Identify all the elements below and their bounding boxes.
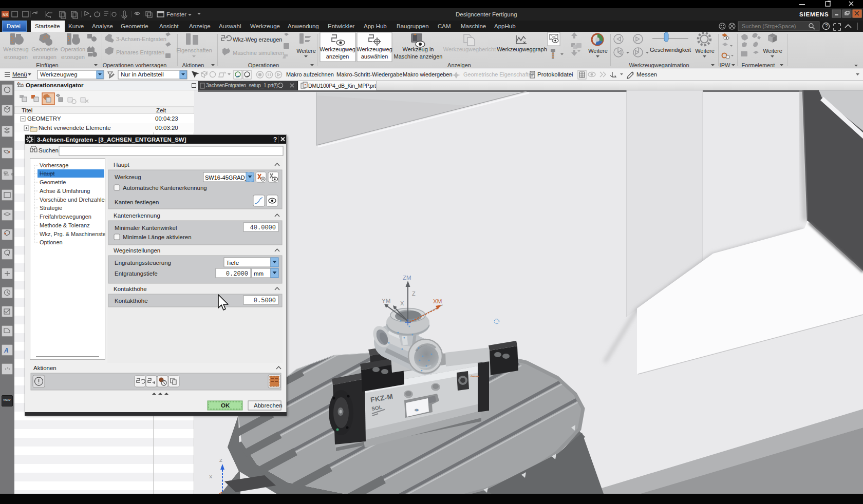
svg-text:Zeit: Zeit	[156, 107, 166, 113]
svg-text:Geschwindigkeit: Geschwindigkeit	[650, 47, 691, 53]
svg-text:Makro wiedergeben: Makro wiedergeben	[403, 71, 453, 77]
svg-text:Aktionen: Aktionen	[33, 365, 57, 371]
svg-text:Werkzeugweg: Werkzeugweg	[40, 71, 78, 77]
svg-text:Kontakthöhe: Kontakthöhe	[115, 298, 148, 304]
svg-text:Kanten festlegen: Kanten festlegen	[115, 199, 159, 205]
svg-text:OK: OK	[221, 402, 230, 409]
svg-text:erzeugen: erzeugen	[61, 54, 85, 60]
svg-text:Strategie: Strategie	[40, 205, 62, 211]
svg-text:Abbrechen: Abbrechen	[254, 402, 283, 409]
svg-text:Weitere: Weitere	[296, 48, 316, 54]
svg-text:Maschine simulieren: Maschine simulieren	[233, 50, 284, 56]
svg-text:Geometrie: Geometrie	[40, 179, 66, 185]
svg-text:SIEMENS: SIEMENS	[799, 11, 829, 17]
svg-text:ZM: ZM	[403, 275, 411, 281]
svg-text:Vorschübe und Drehzahlen: Vorschübe und Drehzahlen	[40, 197, 105, 203]
svg-text:Nur in Arbeitsteil: Nur in Arbeitsteil	[121, 71, 164, 77]
svg-text:Tiefe: Tiefe	[226, 260, 239, 266]
svg-text:Wkz-Weg erzeugen: Wkz-Weg erzeugen	[233, 36, 282, 43]
svg-text:Kantenerkennung: Kantenerkennung	[114, 212, 160, 219]
svg-text:3-Achsen-Entgraten: 3-Achsen-Entgraten	[116, 36, 166, 42]
svg-text:Methode & Toleranz: Methode & Toleranz	[40, 222, 90, 228]
svg-text:XM: XM	[433, 298, 442, 304]
svg-text:Werkzeugweganimation: Werkzeugweganimation	[629, 62, 689, 68]
svg-text:Haupt: Haupt	[114, 162, 129, 168]
svg-text:Operation: Operation	[61, 46, 85, 52]
svg-text:Kontakthöhe: Kontakthöhe	[114, 286, 147, 292]
svg-text:Haupt: Haupt	[40, 170, 54, 177]
svg-text:Vorhersage: Vorhersage	[40, 162, 68, 168]
svg-text:Messen: Messen	[636, 71, 657, 77]
svg-text:Fenster: Fenster	[166, 11, 186, 17]
svg-text:0.5000: 0.5000	[254, 297, 276, 304]
svg-text:Titel: Titel	[22, 107, 32, 113]
svg-text:Z: Z	[219, 457, 222, 463]
svg-text:Engratungssteuerung: Engratungssteuerung	[115, 260, 171, 266]
svg-text:Operationen vorhersagen: Operationen vorhersagen	[103, 62, 167, 68]
svg-text:A: A	[4, 347, 9, 354]
svg-text:d●sen: d●sen	[471, 375, 479, 378]
svg-text:Operationen: Operationen	[248, 62, 279, 68]
svg-text:Werkzeug: Werkzeug	[3, 46, 28, 52]
svg-text:X: X	[209, 474, 213, 479]
svg-text:IPW: IPW	[720, 62, 730, 68]
svg-text:Suchen (Strg+Space): Suchen (Strg+Space)	[742, 23, 796, 29]
svg-text:Menü: Menü	[12, 71, 27, 77]
svg-text:Planares Entgraten: Planares Entgraten	[116, 49, 164, 55]
svg-text:Anzeigen: Anzeigen	[447, 62, 471, 68]
svg-text:Eigenschaften: Eigenschaften	[176, 47, 212, 53]
svg-text:Weitere: Weitere	[695, 48, 715, 54]
svg-text:Formelement: Formelement	[742, 62, 775, 68]
svg-text:Automatische Kantenerkennung: Automatische Kantenerkennung	[123, 185, 207, 191]
svg-text:Designcenter Fertigung: Designcenter Fertigung	[456, 11, 517, 17]
svg-text:Freifahrbewegungen: Freifahrbewegungen	[40, 214, 91, 220]
svg-text:00:04:23: 00:04:23	[155, 115, 178, 122]
svg-text:GEOMETRY: GEOMETRY	[27, 115, 61, 122]
svg-text:40.0000: 40.0000	[250, 224, 276, 231]
svg-text:Werkzeug: Werkzeug	[115, 174, 141, 180]
svg-text:Werkzeugweg: Werkzeugweg	[357, 46, 392, 52]
svg-text:Einfügen: Einfügen	[36, 62, 58, 68]
svg-text:Werkzeugweggraph: Werkzeugweggraph	[497, 46, 547, 52]
svg-text:Entgratungstiefe: Entgratungstiefe	[115, 270, 158, 277]
svg-text:Werkzeugweg: Werkzeugweg	[320, 46, 355, 52]
svg-text:00:03:20: 00:03:20	[155, 125, 178, 131]
svg-text:Minimaler Kantenwinkel: Minimaler Kantenwinkel	[115, 225, 177, 231]
svg-text:Geometrie: Geometrie	[31, 46, 58, 52]
svg-text:YM: YM	[382, 298, 390, 304]
svg-text:anzeigen: anzeigen	[326, 53, 349, 60]
svg-text:Makro-Schritt-Wiedergabe: Makro-Schritt-Wiedergabe	[336, 71, 402, 77]
svg-text:auswählen: auswählen	[361, 53, 388, 60]
svg-text:NX: NX	[3, 12, 9, 17]
svg-text:0.2000: 0.2000	[226, 270, 248, 278]
svg-text:SW16-45GRAD_H: SW16-45GRAD_H	[205, 175, 252, 181]
svg-text:Protokolldatei: Protokolldatei	[537, 71, 573, 77]
svg-text:Weitere: Weitere	[588, 48, 608, 54]
svg-text:?: ?	[273, 136, 277, 143]
svg-text:Makro aufzeichnen: Makro aufzeichnen	[286, 71, 334, 77]
svg-text:?: ?	[825, 24, 828, 29]
svg-text:X: X	[400, 300, 404, 306]
svg-text:Optionen: Optionen	[40, 239, 63, 245]
svg-text:Maschine anzeigen: Maschine anzeigen	[394, 53, 443, 60]
svg-text:Minimale Länge aktivieren: Minimale Länge aktivieren	[123, 234, 192, 240]
svg-text:mm: mm	[254, 270, 264, 277]
svg-text:Aktionen: Aktionen	[182, 62, 204, 68]
svg-text:Wegeinstellungen: Wegeinstellungen	[114, 247, 160, 254]
svg-text:erzeugen: erzeugen	[33, 54, 57, 60]
svg-text:Achse & Umfahrung: Achse & Umfahrung	[40, 188, 90, 194]
svg-text:Weitere: Weitere	[763, 48, 782, 54]
svg-text:erzeugen: erzeugen	[4, 54, 28, 60]
svg-text:Suchen: Suchen	[39, 147, 59, 153]
svg-text:Werkzeug in: Werkzeug in	[403, 46, 434, 52]
svg-text:Wkz, Prg. & Maschinensteue: Wkz, Prg. & Maschinensteue	[40, 231, 105, 237]
svg-text:Nicht verwendete Elemente: Nicht verwendete Elemente	[39, 125, 111, 131]
svg-text:3-Achsen-Entgraten - [3_ACHSEN: 3-Achsen-Entgraten - [3_ACHSEN_ENTGRATEN…	[37, 137, 186, 143]
svg-text:Werkzeugwegbericht: Werkzeugwegbericht	[443, 46, 496, 52]
svg-text:Geometrische Eigenschaften: Geometrische Eigenschaften	[463, 71, 535, 77]
svg-text:Z: Z	[412, 290, 416, 297]
